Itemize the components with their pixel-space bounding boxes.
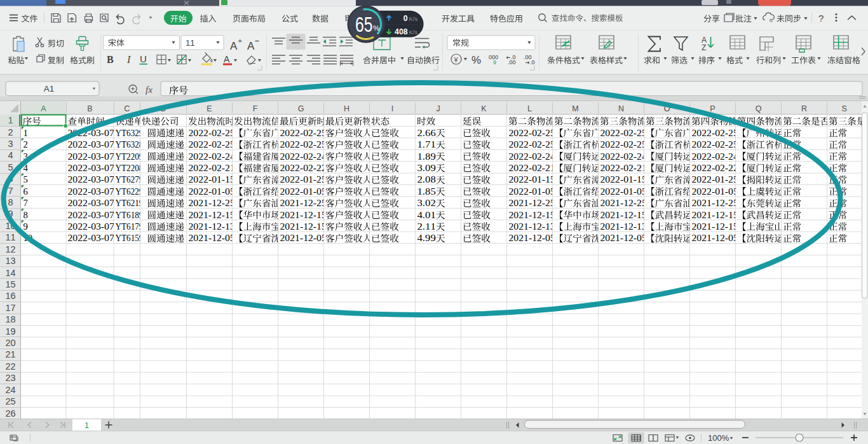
svg-text:408: 408 <box>395 27 407 36</box>
svg-text:YT6219: YT6219 <box>116 198 144 208</box>
svg-text:7: 7 <box>24 198 28 208</box>
svg-text:12: 12 <box>5 244 15 254</box>
svg-text:0: 0 <box>403 13 408 23</box>
svg-text:2021-12-15: 2021-12-15 <box>280 210 327 220</box>
svg-text:2022-02-21: 2022-02-21 <box>600 163 647 173</box>
svg-text:8: 8 <box>24 210 28 220</box>
svg-text:YT2208: YT2208 <box>116 163 144 173</box>
svg-text:2022-01-15: 2022-01-15 <box>600 174 647 184</box>
svg-text:2022-02-21: 2022-02-21 <box>509 163 555 173</box>
svg-text:A: A <box>247 40 255 52</box>
svg-text:6: 6 <box>24 186 28 197</box>
svg-text:2022-02-24: 2022-02-24 <box>600 151 648 162</box>
svg-text:2022-02-22: 2022-02-22 <box>280 163 327 173</box>
svg-text:N: N <box>618 104 624 113</box>
svg-text:13: 13 <box>5 256 15 266</box>
svg-text:9: 9 <box>24 221 28 232</box>
svg-text:1: 1 <box>24 128 28 138</box>
svg-text:2022-01-05: 2022-01-05 <box>280 186 327 197</box>
svg-text:2021-12-05: 2021-12-05 <box>189 233 235 243</box>
svg-text:2021-12-25: 2021-12-25 <box>692 198 738 208</box>
svg-text:2021-12-13: 2021-12-13 <box>509 221 555 232</box>
svg-text:24: 24 <box>5 385 15 395</box>
svg-text:8: 8 <box>8 197 13 207</box>
svg-text:B: B <box>87 104 92 113</box>
svg-text:2022-03-07: 2022-03-07 <box>68 221 114 232</box>
svg-text:YT6329: YT6329 <box>116 128 144 138</box>
svg-text:G: G <box>298 104 304 113</box>
svg-text:?: ? <box>818 13 824 24</box>
svg-text:2022-02-24: 2022-02-24 <box>509 151 556 162</box>
svg-text:7: 7 <box>8 186 13 196</box>
svg-text:U: U <box>140 53 147 64</box>
svg-text:2022-03-07: 2022-03-07 <box>68 163 114 173</box>
svg-text:2022-02-25: 2022-02-25 <box>189 128 235 138</box>
svg-text:2022-01-05: 2022-01-05 <box>189 186 235 197</box>
svg-text:100%: 100% <box>708 433 729 443</box>
svg-text:2.08: 2.08 <box>417 174 436 184</box>
svg-text:1.85: 1.85 <box>417 186 436 197</box>
svg-text:2022-02-25: 2022-02-25 <box>692 128 738 138</box>
svg-text:A: A <box>224 54 230 64</box>
svg-text:YT6328: YT6328 <box>116 139 144 149</box>
svg-text:S: S <box>842 104 847 113</box>
svg-text:2.66: 2.66 <box>417 128 436 138</box>
svg-text:2021-12-05: 2021-12-05 <box>280 233 327 243</box>
svg-text:3: 3 <box>8 139 13 149</box>
svg-text:9: 9 <box>493 59 496 66</box>
svg-text:2022-02-25: 2022-02-25 <box>600 139 647 149</box>
svg-text:26: 26 <box>5 408 15 419</box>
svg-text:2022-01-15: 2022-01-15 <box>189 174 235 184</box>
svg-text:14: 14 <box>5 268 15 278</box>
svg-text:2022-02-25: 2022-02-25 <box>189 139 235 149</box>
svg-text:2021-12-13: 2021-12-13 <box>189 221 235 232</box>
svg-text:2022-02-22: 2022-02-22 <box>692 163 738 173</box>
svg-text:2022-02-25: 2022-02-25 <box>509 128 555 138</box>
svg-text:25: 25 <box>5 396 15 406</box>
svg-text:2021-12-13: 2021-12-13 <box>600 221 647 232</box>
svg-text:2021-12-15: 2021-12-15 <box>189 210 235 220</box>
svg-text:17: 17 <box>5 303 15 313</box>
svg-text:Z: Z <box>702 43 706 52</box>
svg-text:2021-12-15: 2021-12-15 <box>280 221 327 232</box>
svg-text:11: 11 <box>5 232 15 242</box>
svg-text:.0: .0 <box>530 59 535 66</box>
svg-text:2021-12-05: 2021-12-05 <box>509 233 555 243</box>
svg-text:2021-12-05: 2021-12-05 <box>600 233 647 243</box>
svg-text:C: C <box>124 104 130 113</box>
svg-text:1: 1 <box>8 115 13 125</box>
svg-text:+: + <box>238 37 242 45</box>
svg-text:2021-12-25: 2021-12-25 <box>189 198 235 208</box>
svg-text:2022-02-21: 2022-02-21 <box>189 163 235 173</box>
svg-text:4: 4 <box>8 150 13 160</box>
svg-text:2021-12-05: 2021-12-05 <box>692 233 738 243</box>
svg-text:J: J <box>436 104 440 113</box>
svg-text:65: 65 <box>355 13 373 36</box>
svg-text:2022-03-07: 2022-03-07 <box>68 210 114 220</box>
svg-text:R: R <box>801 104 807 113</box>
svg-text:11: 11 <box>186 38 194 48</box>
svg-text:¥: ¥ <box>454 56 459 64</box>
svg-text:K/s: K/s <box>409 29 418 36</box>
svg-text:2022-02-25: 2022-02-25 <box>509 139 555 149</box>
svg-text:E: E <box>207 104 212 113</box>
svg-text:2021-12-25: 2021-12-25 <box>280 198 327 208</box>
svg-text:L: L <box>527 104 532 113</box>
svg-text:2022-02-25: 2022-02-25 <box>280 128 327 138</box>
svg-text:2022-01-25: 2022-01-25 <box>280 174 327 184</box>
svg-text:YT6279: YT6279 <box>116 174 144 184</box>
svg-text:16: 16 <box>5 291 15 301</box>
svg-text:Q: Q <box>756 104 762 113</box>
svg-text:2022-01-15: 2022-01-15 <box>509 174 555 184</box>
svg-text:K/s: K/s <box>409 15 418 22</box>
svg-text:K: K <box>481 104 487 113</box>
svg-text:2022-02-24: 2022-02-24 <box>189 151 236 162</box>
svg-text:3.02: 3.02 <box>417 198 436 208</box>
svg-text:.00: .00 <box>508 59 516 66</box>
svg-text:15: 15 <box>5 279 15 289</box>
svg-text:5: 5 <box>24 174 28 184</box>
svg-text:fx: fx <box>146 85 153 95</box>
svg-text:2022-02-25: 2022-02-25 <box>600 128 647 138</box>
svg-text:M: M <box>572 104 578 113</box>
svg-text:4.99: 4.99 <box>417 233 436 243</box>
